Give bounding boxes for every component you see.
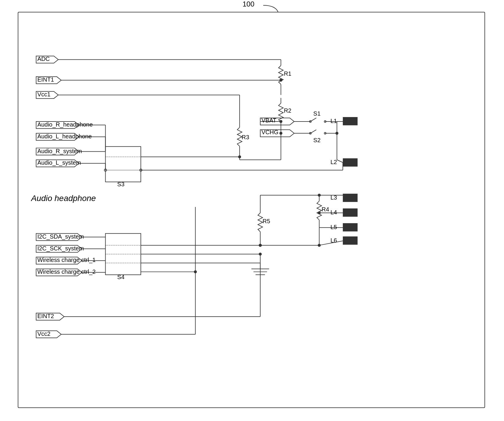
- l5-label: L5: [330, 224, 337, 230]
- l2-label: L2: [330, 159, 337, 165]
- eint1-label: EINT1: [37, 76, 54, 83]
- i2c-sda-label: I2C_SDA_system: [37, 233, 84, 240]
- svg-point-44: [238, 156, 241, 158]
- l6-label: L6: [330, 237, 337, 244]
- s1-label: S1: [313, 110, 320, 117]
- l3-pad: [343, 194, 358, 202]
- eint2-label: EINT2: [37, 313, 54, 319]
- audio-r-system-label: Audio_R_system: [37, 148, 82, 155]
- l1-pad: [343, 117, 358, 125]
- r2-label: R2: [284, 107, 292, 114]
- l2-pad: [343, 158, 358, 167]
- l6-pad: [343, 237, 358, 245]
- audio-l-headphone-label: Audio_L_headphone: [37, 133, 92, 140]
- s4-label: S4: [117, 274, 124, 280]
- r5-label: R5: [263, 218, 270, 224]
- s3-box: [105, 147, 141, 182]
- svg-point-49: [280, 132, 282, 135]
- i2c-sck-label: I2C_SCK_system: [37, 245, 84, 252]
- s2-label: S2: [313, 137, 320, 143]
- l4-label: L4: [330, 209, 337, 216]
- svg-point-83: [259, 253, 262, 256]
- svg-point-86: [194, 270, 197, 273]
- r3-label: R3: [242, 134, 249, 140]
- l1-label: L1: [330, 118, 337, 124]
- figure-label: 100: [243, 0, 254, 8]
- svg-point-53: [335, 132, 338, 135]
- diagram-container: R1 R2 R3 R4 R5 S1 S2 S3 S4 L1 L2 L3 L4 L…: [18, 12, 485, 408]
- r1-label: R1: [284, 70, 292, 77]
- circuit-diagram: R1 R2 R3 R4 R5 S1 S2 S3 S4 L1 L2 L3 L4 L…: [18, 12, 484, 407]
- svg-point-29: [280, 79, 282, 82]
- vbat-label: VBAT: [261, 117, 277, 124]
- r4-label: R4: [322, 206, 329, 213]
- l5-pad: [343, 223, 358, 231]
- svg-point-68: [318, 194, 321, 197]
- l4-pad: [343, 208, 358, 217]
- audio-l-system-label: Audio_L_system: [37, 159, 81, 166]
- svg-line-54: [337, 160, 343, 163]
- l3-label: L3: [330, 194, 337, 201]
- adc-label: ADC: [37, 56, 50, 62]
- svg-point-72: [318, 211, 321, 214]
- wireless2-label: Wireless charge ctrl_2: [37, 268, 96, 275]
- s3-label: S3: [117, 181, 124, 187]
- audio-headphone-annotation: Audio headphone: [30, 194, 96, 203]
- vcc1-label: Vcc1: [37, 91, 50, 98]
- vchg-label: VCHG: [261, 129, 279, 135]
- vcc2-label: Vcc2: [37, 331, 50, 337]
- audio-r-headphone-label: Audio_R_headphone: [37, 121, 93, 128]
- wireless1-label: Wireless charge ctrl_1: [37, 257, 96, 263]
